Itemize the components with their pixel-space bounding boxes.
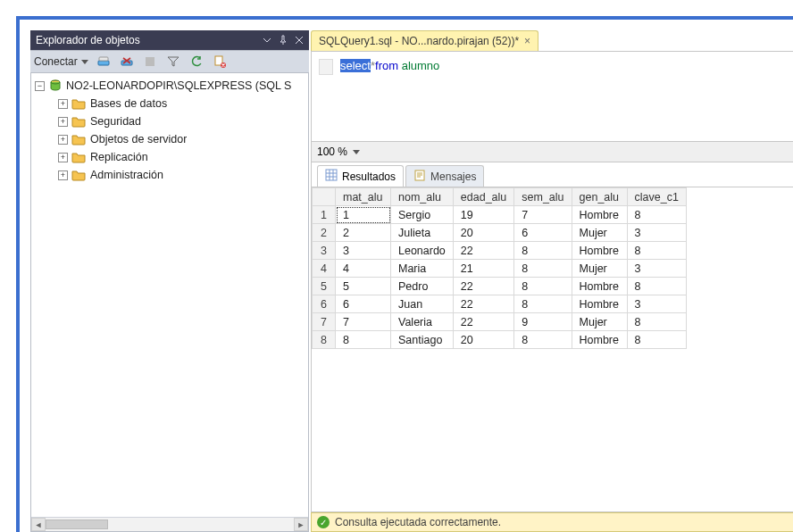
cell[interactable]: 20	[453, 331, 513, 349]
cell[interactable]: 3	[627, 224, 686, 242]
row-number[interactable]: 8	[313, 331, 336, 349]
expand-toggle-icon[interactable]	[58, 170, 68, 180]
cell[interactable]: 8	[627, 242, 686, 260]
column-header[interactable]: sem_alu	[514, 188, 572, 206]
cell[interactable]: 3	[627, 295, 686, 313]
cell[interactable]: Santiago	[391, 331, 454, 349]
tree-item[interactable]: Replicación	[33, 148, 306, 166]
connect-label[interactable]: Conectar	[34, 55, 78, 68]
results-table[interactable]: mat_alunom_aluedad_alusem_alugen_aluclav…	[312, 187, 687, 349]
cell[interactable]: 8	[514, 242, 572, 260]
cell[interactable]: 8	[627, 206, 686, 224]
tree-root[interactable]: NO2-LEONARDOPIR\SQLEXPRESS (SQL S	[33, 77, 306, 95]
close-icon[interactable]: ×	[524, 35, 530, 47]
connect-icon[interactable]	[94, 53, 113, 71]
row-number[interactable]: 5	[313, 278, 336, 295]
cell[interactable]: 5	[336, 278, 391, 295]
results-grid[interactable]: mat_alunom_aluedad_alusem_alugen_aluclav…	[311, 187, 793, 512]
disconnect-icon[interactable]	[117, 53, 137, 71]
column-header[interactable]: gen_alu	[572, 188, 627, 206]
column-header[interactable]: mat_alu	[336, 188, 391, 206]
cell[interactable]: 8	[336, 331, 391, 349]
object-explorer-titlebar[interactable]: Explorador de objetos	[30, 30, 309, 50]
cell[interactable]: 4	[336, 260, 391, 278]
cell[interactable]: Hombre	[572, 278, 627, 295]
zoom-dropdown-icon[interactable]	[353, 150, 360, 154]
cell[interactable]: Valeria	[391, 313, 454, 331]
cell[interactable]: 6	[514, 224, 572, 242]
sql-editor[interactable]: select*from alumno	[311, 52, 793, 141]
cell[interactable]: Mujer	[572, 313, 627, 331]
cell[interactable]: Sergio	[391, 206, 454, 224]
connect-dropdown-icon[interactable]	[81, 60, 88, 64]
tree-item[interactable]: Bases de datos	[33, 95, 306, 112]
refresh-icon[interactable]	[187, 53, 206, 71]
cell[interactable]: 22	[453, 295, 513, 313]
scroll-right-icon[interactable]: ►	[294, 518, 308, 531]
cell[interactable]: Mujer	[572, 224, 627, 242]
table-row[interactable]: 11Sergio197Hombre8	[313, 206, 687, 224]
cell[interactable]: 20	[453, 224, 513, 242]
cell[interactable]: 8	[627, 278, 686, 295]
row-number[interactable]: 4	[313, 260, 336, 278]
cell[interactable]: 8	[514, 278, 572, 295]
cell[interactable]: Hombre	[572, 242, 627, 260]
cell[interactable]: Julieta	[391, 224, 454, 242]
table-row[interactable]: 88Santiago208Hombre8	[313, 331, 687, 349]
cell[interactable]: 8	[514, 331, 572, 349]
cell[interactable]: 21	[453, 260, 513, 278]
cell[interactable]: 8	[627, 313, 686, 331]
cell[interactable]: 8	[514, 260, 572, 278]
cell[interactable]: Juan	[391, 295, 454, 313]
row-number[interactable]: 2	[313, 224, 336, 242]
tab-messages[interactable]: Mensajes	[405, 165, 484, 187]
cell[interactable]: Mujer	[572, 260, 627, 278]
editor-tab-active[interactable]: SQLQuery1.sql - NO...nardo.pirajan (52))…	[311, 30, 538, 51]
script-icon[interactable]	[210, 53, 230, 71]
expand-toggle-icon[interactable]	[58, 117, 68, 127]
cell[interactable]: Hombre	[572, 206, 627, 224]
scroll-left-icon[interactable]: ◄	[31, 518, 46, 531]
tree-item[interactable]: Administración	[33, 166, 306, 184]
cell[interactable]: 22	[453, 242, 513, 260]
editor-line-1[interactable]: select*from alumno	[340, 59, 439, 72]
panel-close-icon[interactable]	[293, 34, 305, 46]
zoom-value[interactable]: 100 %	[317, 145, 347, 158]
table-row[interactable]: 22Julieta206Mujer3	[313, 224, 687, 242]
tree-horizontal-scrollbar[interactable]: ◄ ►	[31, 517, 308, 531]
table-row[interactable]: 55Pedro228Hombre8	[313, 278, 687, 295]
cell[interactable]: 3	[627, 260, 686, 278]
expand-toggle-icon[interactable]	[58, 153, 68, 162]
tab-results[interactable]: Resultados	[317, 165, 404, 187]
expand-toggle-icon[interactable]	[58, 99, 68, 109]
cell[interactable]: 22	[453, 278, 513, 295]
cell[interactable]: Hombre	[572, 295, 627, 313]
cell[interactable]: 8	[627, 331, 686, 349]
cell[interactable]: 1	[336, 206, 391, 224]
expand-toggle-icon[interactable]	[35, 81, 45, 91]
cell[interactable]: 3	[336, 242, 391, 260]
column-header[interactable]: edad_alu	[453, 188, 513, 206]
row-number[interactable]: 7	[313, 313, 336, 331]
cell[interactable]: 19	[453, 206, 513, 224]
panel-dropdown-icon[interactable]	[261, 34, 273, 46]
cell[interactable]: 8	[514, 295, 572, 313]
row-number[interactable]: 6	[313, 295, 336, 313]
cell[interactable]: 7	[336, 313, 391, 331]
cell[interactable]: 9	[514, 313, 572, 331]
cell[interactable]: Maria	[391, 260, 454, 278]
cell[interactable]: 22	[453, 313, 513, 331]
scroll-track[interactable]	[46, 518, 294, 531]
table-row[interactable]: 66Juan228Hombre3	[313, 295, 687, 313]
row-number[interactable]: 1	[313, 206, 336, 224]
object-explorer-tree[interactable]: NO2-LEONARDOPIR\SQLEXPRESS (SQL S Bases …	[30, 73, 309, 532]
panel-pin-icon[interactable]	[277, 34, 289, 46]
column-header[interactable]: clave_c1	[627, 188, 686, 206]
tree-item[interactable]: Objetos de servidor	[33, 130, 306, 148]
tree-item[interactable]: Seguridad	[33, 112, 306, 130]
filter-icon[interactable]	[163, 53, 183, 71]
scroll-thumb[interactable]	[46, 520, 108, 529]
table-row[interactable]: 33Leonardo228Hombre8	[313, 242, 687, 260]
column-header[interactable]: nom_alu	[391, 188, 454, 206]
cell[interactable]: Hombre	[572, 331, 627, 349]
